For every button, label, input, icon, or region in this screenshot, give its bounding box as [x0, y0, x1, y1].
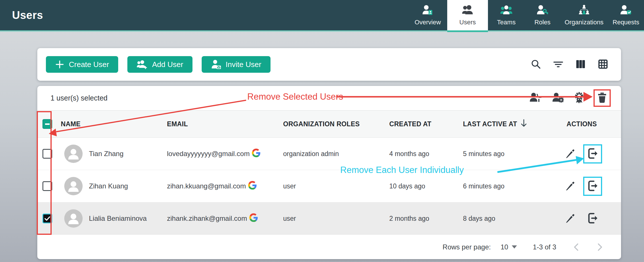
- certify-user-button[interactable]: [573, 92, 585, 105]
- page-title: Users: [12, 9, 43, 21]
- email-cell: lovedayyyyyyy@gmail.com: [164, 149, 280, 159]
- remove-highlight-box: [583, 177, 602, 196]
- rows-per-page-select[interactable]: 10: [501, 243, 517, 251]
- overview-icon: [421, 5, 434, 17]
- avatar: [64, 145, 83, 163]
- role-cell: user: [280, 182, 386, 190]
- add-user-label: Add User: [152, 60, 183, 69]
- tab-users[interactable]: Users: [447, 0, 488, 30]
- google-icon: [249, 213, 258, 224]
- column-header-created-at[interactable]: CREATED AT: [386, 120, 460, 128]
- create-user-button[interactable]: Create User: [46, 56, 118, 73]
- created-at-cell: 10 days ago: [386, 182, 460, 190]
- created-at-cell: 2 months ago: [386, 215, 460, 222]
- tab-label: Teams: [497, 19, 516, 26]
- columns-icon: [575, 59, 586, 70]
- tab-teams[interactable]: Teams: [488, 0, 525, 30]
- columns-button[interactable]: [575, 59, 586, 70]
- row-checkbox[interactable]: [42, 149, 52, 159]
- user-email: zihank.zihank@gmail.com: [167, 214, 247, 222]
- avatar: [64, 209, 83, 228]
- remove-user-row-button[interactable]: [587, 212, 598, 225]
- edit-user-button[interactable]: [565, 213, 576, 224]
- sign-out-icon: [587, 212, 598, 225]
- user-settings-button[interactable]: [552, 92, 565, 104]
- requests-icon: [619, 5, 633, 17]
- email-cell: zihan.kkuang@gmail.com: [164, 181, 280, 191]
- column-header-name[interactable]: NAME: [57, 120, 164, 128]
- edit-user-button[interactable]: [565, 180, 576, 192]
- select-all-checkbox[interactable]: [42, 119, 52, 129]
- tab-organizations[interactable]: Organizations: [560, 0, 608, 30]
- user-name: Lialia Beniaminova: [89, 214, 147, 222]
- created-at-cell: 4 months ago: [386, 150, 460, 158]
- last-active-cell: 6 minutes ago: [460, 182, 563, 190]
- email-cell: zihank.zihank@gmail.com: [164, 213, 280, 224]
- edit-pencil-icon: [565, 180, 576, 192]
- remove-user-row-button[interactable]: [587, 147, 598, 160]
- last-active-cell: 8 days ago: [460, 215, 563, 222]
- invite-user-icon: [211, 60, 221, 69]
- selection-actions: [529, 89, 611, 107]
- table-footer: Rows per page: 10 1-3 of 3: [37, 235, 621, 259]
- column-header-email[interactable]: EMAIL: [164, 120, 280, 128]
- remove-user-row-button[interactable]: [587, 180, 598, 193]
- chevron-right-icon: [597, 243, 603, 251]
- certify-user-icon: [573, 92, 585, 105]
- sort-desc-icon: [520, 119, 528, 129]
- invite-user-button[interactable]: Invite User: [202, 56, 271, 73]
- column-header-organization-roles[interactable]: ORGANIZATION ROLES: [280, 120, 386, 128]
- next-page-button[interactable]: [597, 243, 603, 251]
- row-checkbox[interactable]: [42, 214, 52, 223]
- caret-down-icon: [512, 245, 517, 249]
- row-checkbox-cell: [37, 181, 57, 191]
- edit-user-button[interactable]: [565, 148, 576, 160]
- rows-per-page-value: 10: [501, 243, 508, 251]
- header-checkbox-cell: [37, 119, 57, 129]
- tab-label: Requests: [613, 19, 639, 26]
- tab-label: Overview: [415, 19, 441, 26]
- user-name: Tian Zhang: [89, 150, 124, 158]
- sign-out-icon: [587, 147, 598, 160]
- actions-cell: [563, 177, 621, 196]
- delete-highlight-box: [594, 89, 611, 107]
- table-row: Lialia Beniaminova zihank.zihank@gmail.c…: [37, 202, 621, 235]
- organizations-icon: [577, 5, 591, 17]
- remove-highlight-box: [583, 144, 602, 163]
- delete-icon: [596, 92, 608, 105]
- last-active-label: LAST ACTIVE AT: [463, 120, 517, 128]
- remove-wrap: [583, 209, 602, 228]
- tab-requests[interactable]: Requests: [608, 0, 644, 30]
- remove-user-icon: [529, 92, 543, 104]
- table-header-row: NAME EMAIL ORGANIZATION ROLES CREATED AT…: [37, 111, 621, 138]
- column-header-actions: ACTIONS: [563, 120, 621, 128]
- last-active-cell: 5 minutes ago: [460, 150, 563, 158]
- tab-roles[interactable]: Roles: [525, 0, 560, 30]
- name-cell: Lialia Beniaminova: [57, 209, 164, 228]
- tab-overview[interactable]: Overview: [408, 0, 447, 30]
- filter-button[interactable]: [553, 59, 564, 70]
- search-button[interactable]: [530, 59, 541, 70]
- invite-user-label: Invite User: [226, 60, 261, 69]
- name-cell: Zihan Kuang: [57, 177, 164, 195]
- add-user-button[interactable]: Add User: [127, 56, 192, 73]
- actions-cell: [563, 209, 621, 228]
- role-cell: user: [280, 215, 386, 222]
- sign-out-icon: [587, 180, 598, 193]
- row-checkbox[interactable]: [42, 181, 52, 191]
- google-icon: [252, 149, 260, 159]
- grid-button[interactable]: [598, 59, 608, 70]
- selection-count: 1 user(s) selected: [50, 94, 108, 102]
- app-header: Users Overview: [0, 0, 644, 30]
- edit-pencil-icon: [565, 213, 576, 224]
- add-user-icon: [137, 60, 147, 69]
- delete-selected-button[interactable]: [596, 92, 608, 105]
- users-icon: [461, 5, 474, 17]
- remove-user-button[interactable]: [529, 92, 543, 104]
- column-header-last-active-at[interactable]: LAST ACTIVE AT: [460, 119, 563, 129]
- row-checkbox-cell: [37, 214, 57, 223]
- previous-page-button[interactable]: [573, 243, 579, 251]
- row-checkbox-cell: [37, 149, 57, 159]
- pager: [573, 243, 603, 251]
- google-icon: [248, 181, 257, 191]
